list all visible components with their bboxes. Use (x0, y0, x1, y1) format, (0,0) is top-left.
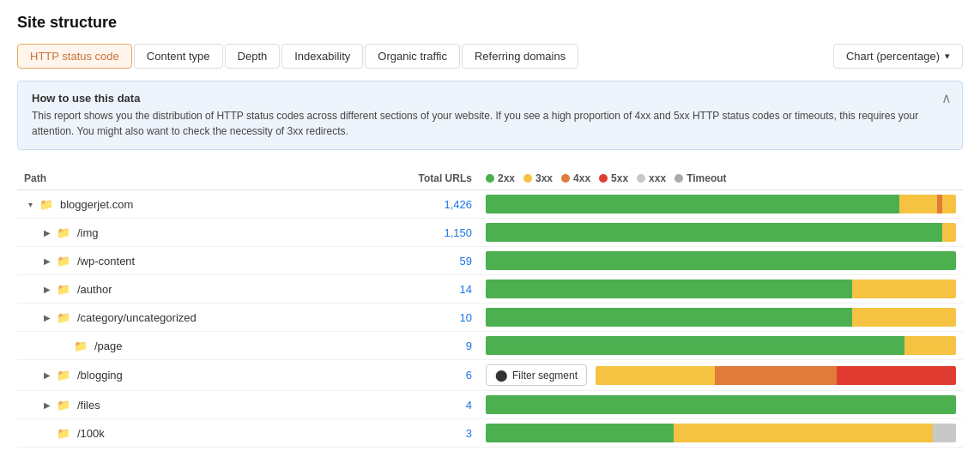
legend-xxx: xxx (637, 172, 666, 184)
bar-chart-1 (486, 223, 956, 242)
expand-btn[interactable]: ▶ (41, 285, 53, 294)
filter-segment-label: Filter segment (512, 370, 578, 382)
table-row: ▶📁/author14 (17, 275, 963, 304)
bar-segment (486, 195, 899, 213)
bar-segment (942, 336, 956, 355)
bar-segment (486, 308, 852, 327)
expand-btn[interactable]: ▶ (41, 256, 53, 266)
page-title: Site structure (17, 14, 963, 32)
bar-segment (899, 195, 937, 213)
path-label: /wp-content (77, 255, 135, 268)
folder-icon: 📁 (57, 399, 70, 412)
bar-segment (942, 195, 956, 213)
info-box-description: This report shows you the distribution o… (32, 108, 948, 139)
chart-type-dropdown[interactable]: Chart (percentage) (833, 44, 963, 69)
total-urls-cell: 4 (412, 391, 479, 419)
total-urls-cell: 59 (412, 247, 479, 275)
path-label: /author (77, 283, 112, 296)
info-box-title: How to use this data (32, 92, 948, 105)
path-cell-3: ▶📁/author (41, 283, 405, 296)
expand-btn[interactable]: ▾ (24, 200, 36, 209)
path-label: /img (77, 226, 99, 239)
bar-segment (937, 280, 956, 298)
path-label: /category/uncategorized (77, 311, 197, 324)
total-urls-cell: 1,426 (412, 190, 479, 219)
bar-segment (837, 366, 956, 385)
data-table: Path Total URLs 2xx3xx4xx5xxxxxTimeout ▾… (17, 167, 963, 448)
legend-Timeout: Timeout (675, 172, 726, 184)
bar-segment (942, 223, 952, 242)
bar-segment (852, 280, 937, 298)
table-row: 📁/page9 (17, 332, 963, 360)
path-cell-8: 📁/100k (41, 427, 405, 440)
bar-chart-4 (486, 308, 956, 327)
bar-chart-6 (596, 366, 956, 385)
bar-segment (852, 308, 937, 327)
bar-segment (486, 424, 674, 442)
path-cell-6: ▶📁/blogging (41, 369, 405, 382)
folder-icon: 📁 (57, 255, 70, 268)
tab-organic-traffic[interactable]: Organic traffic (365, 44, 460, 69)
folder-icon: 📁 (39, 198, 53, 211)
bar-chart-8 (486, 424, 956, 442)
table-row: ▶📁/img1,150 (17, 219, 963, 247)
total-urls-cell: 14 (412, 275, 479, 304)
expand-btn[interactable]: ▶ (41, 228, 53, 238)
tab-indexability[interactable]: Indexability (281, 44, 363, 69)
bar-chart-3 (486, 280, 956, 298)
table-row: ▶📁/blogging6⬤Filter segment (17, 360, 963, 391)
path-cell-7: ▶📁/files (41, 399, 405, 412)
path-label: /files (77, 399, 100, 412)
bar-actions: ⬤Filter segment (486, 364, 956, 386)
total-urls-cell: 10 (412, 304, 479, 332)
filter-segment-button[interactable]: ⬤Filter segment (486, 364, 587, 386)
info-collapse-icon[interactable]: ∧ (941, 90, 952, 106)
path-cell-4: ▶📁/category/uncategorized (41, 311, 405, 324)
path-label: /100k (77, 427, 105, 440)
col-path: Path (17, 167, 412, 190)
expand-btn[interactable]: ▶ (41, 400, 53, 410)
folder-icon: 📁 (57, 369, 70, 382)
total-urls-cell: 6 (412, 360, 479, 391)
path-label: /page (94, 340, 123, 352)
total-urls-cell: 1,150 (412, 219, 479, 247)
total-urls-cell: 3 (412, 419, 479, 448)
legend-3xx: 3xx (523, 172, 553, 184)
path-label: bloggerjet.com (60, 198, 133, 211)
legend-4xx: 4xx (561, 172, 590, 184)
tab-content-type[interactable]: Content type (134, 44, 223, 69)
bar-segment (933, 424, 956, 442)
path-cell-0: ▾📁bloggerjet.com (24, 198, 405, 211)
expand-btn[interactable]: ▶ (41, 313, 53, 322)
total-urls-cell: 9 (412, 332, 479, 360)
folder-icon: 📁 (57, 311, 70, 324)
tabs-bar: HTTP status codeContent typeDepthIndexab… (17, 44, 963, 69)
bar-segment (486, 251, 956, 270)
pie-icon: ⬤ (495, 369, 508, 382)
legend-2xx: 2xx (486, 172, 515, 184)
folder-icon: 📁 (57, 283, 70, 296)
col-legend: 2xx3xx4xx5xxxxxTimeout (479, 167, 963, 190)
path-label: /blogging (77, 369, 123, 382)
tab-http-status-code[interactable]: HTTP status code (17, 44, 132, 69)
bar-segment (596, 366, 715, 385)
table-row: 📁/100k3 (17, 419, 963, 448)
bar-segment (486, 336, 904, 355)
tab-depth[interactable]: Depth (225, 44, 281, 69)
table-row: ▶📁/category/uncategorized10 (17, 304, 963, 332)
expand-btn[interactable]: ▶ (41, 370, 53, 380)
bar-segment (952, 223, 956, 242)
bar-chart-5 (486, 336, 956, 355)
bar-chart-7 (486, 395, 956, 414)
bar-segment (486, 223, 942, 242)
tab-referring-domains[interactable]: Referring domains (462, 44, 578, 69)
bar-chart-2 (486, 251, 956, 270)
legend-5xx: 5xx (599, 172, 628, 184)
path-cell-1: ▶📁/img (41, 226, 405, 239)
table-row: ▶📁/wp-content59 (17, 247, 963, 275)
bar-chart-0 (486, 195, 956, 213)
bar-segment (715, 366, 838, 385)
path-cell-2: ▶📁/wp-content (41, 255, 405, 268)
folder-icon: 📁 (57, 427, 70, 440)
bar-segment (486, 395, 956, 414)
